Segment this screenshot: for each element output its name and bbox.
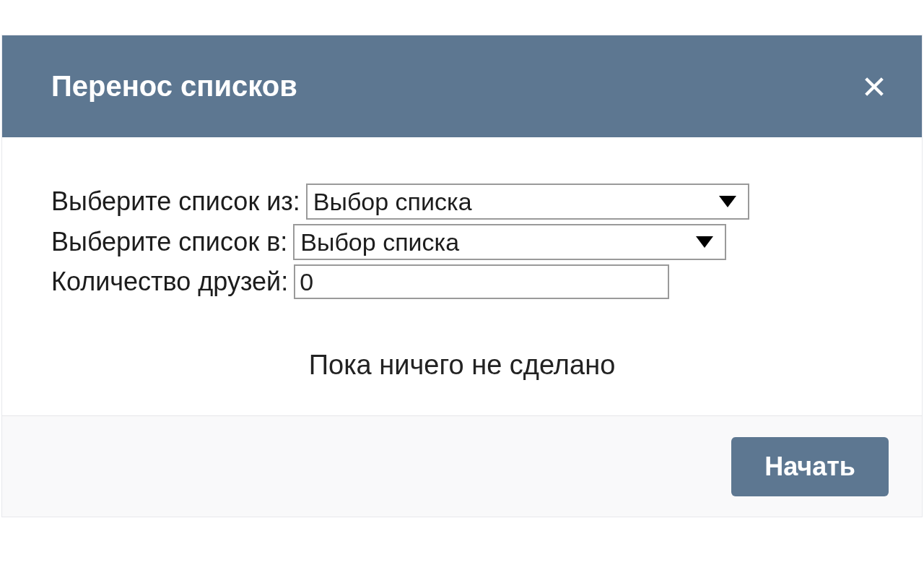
close-icon[interactable] <box>860 72 889 101</box>
label-friend-count: Количество друзей: <box>51 269 288 295</box>
status-message: Пока ничего не сделано <box>51 350 873 381</box>
select-from[interactable]: Выбор списка <box>306 184 749 220</box>
friend-count-input[interactable] <box>294 264 669 299</box>
select-to[interactable]: Выбор списка <box>293 224 726 260</box>
row-select-to: Выберите список в: Выбор списка <box>51 224 873 260</box>
dialog-title: Перенос списков <box>51 70 297 103</box>
row-select-from: Выберите список из: Выбор списка <box>51 184 873 220</box>
row-friend-count: Количество друзей: <box>51 264 873 299</box>
chevron-down-icon <box>696 236 713 248</box>
dialog-body: Выберите список из: Выбор списка Выберит… <box>2 137 922 415</box>
label-select-from: Выберите список из: <box>51 189 300 215</box>
chevron-down-icon <box>719 196 736 207</box>
select-from-value: Выбор списка <box>313 189 472 214</box>
dialog: Перенос списков Выберите список из: Выбо… <box>1 35 923 517</box>
dialog-header: Перенос списков <box>2 35 922 137</box>
start-button[interactable]: Начать <box>731 437 889 496</box>
label-select-to: Выберите список в: <box>51 229 287 255</box>
dialog-footer: Начать <box>2 415 922 517</box>
select-to-value: Выбор списка <box>300 230 459 254</box>
